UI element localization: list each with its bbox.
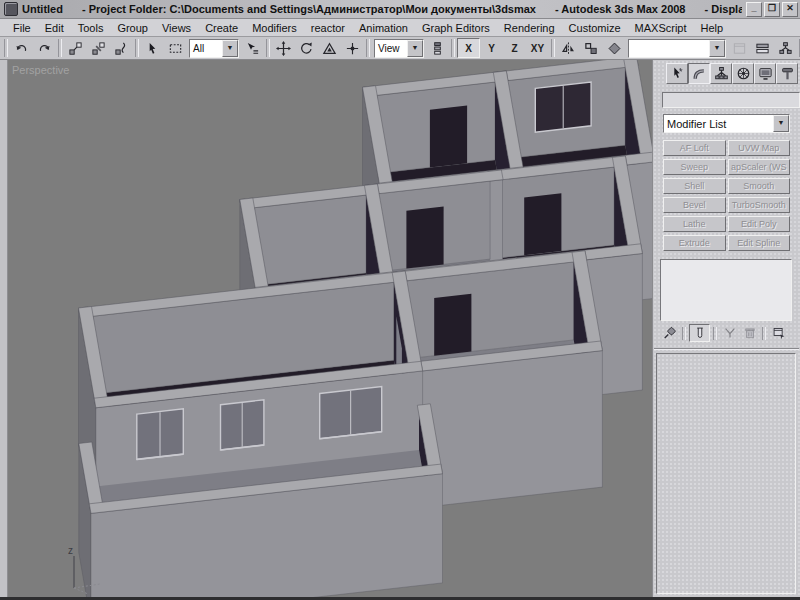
bind-to-space-warp-button[interactable] — [110, 37, 133, 59]
redo-button[interactable] — [33, 37, 56, 59]
tab-hierarchy[interactable] — [710, 63, 732, 84]
stackbar-separator — [713, 327, 717, 340]
room-mid-left-nw-wall-face — [254, 195, 366, 286]
select-and-uniform-scale-button[interactable] — [318, 37, 341, 59]
select-and-manipulate-button[interactable] — [341, 37, 364, 59]
configure-modifier-sets-icon — [772, 326, 786, 340]
menu-graph-editors[interactable]: Graph Editors — [415, 21, 497, 35]
viewport-label[interactable]: Perspective — [12, 64, 69, 76]
modifier-button-shell[interactable]: Shell — [663, 178, 726, 194]
menu-create[interactable]: Create — [198, 21, 245, 35]
select-object-button[interactable] — [141, 37, 164, 59]
modifier-button-edit-poly[interactable]: Edit Poly — [728, 216, 791, 232]
menu-modifiers[interactable]: Modifiers — [245, 21, 304, 35]
chevron-down-icon[interactable]: ▼ — [407, 40, 423, 57]
command-panel-tabs — [653, 60, 800, 84]
tab-motion[interactable] — [732, 63, 754, 84]
select-object-icon — [145, 41, 160, 56]
menu-rendering[interactable]: Rendering — [497, 21, 562, 35]
modifier-button-sweep[interactable]: Sweep — [663, 159, 726, 175]
select-by-name-button[interactable] — [241, 37, 264, 59]
bind-to-space-warp-icon — [114, 41, 129, 56]
selection-filter-dropdown[interactable]: All▼ — [189, 39, 239, 58]
tab-display[interactable] — [754, 63, 776, 84]
axis-constraint-xy-button[interactable]: XY — [526, 38, 549, 58]
use-pivot-point-center-button[interactable] — [426, 37, 449, 59]
menu-file[interactable]: File — [6, 21, 38, 35]
tab-modify[interactable] — [688, 63, 710, 84]
chevron-down-icon[interactable]: ▼ — [222, 40, 238, 57]
axis-constraint-z-button[interactable]: Z — [503, 38, 526, 58]
chevron-down-icon[interactable]: ▼ — [709, 40, 725, 57]
show-end-result-button[interactable] — [689, 324, 710, 342]
select-and-link-button[interactable] — [64, 37, 87, 59]
schematic-view-button[interactable] — [774, 37, 797, 59]
modifier-button-turbosmooth[interactable]: TurboSmooth — [728, 197, 791, 213]
modifier-button-af-loft[interactable]: AF Loft — [663, 140, 726, 156]
make-unique-icon — [723, 326, 737, 340]
pin-stack-button[interactable] — [660, 325, 679, 341]
make-unique-button[interactable] — [720, 325, 739, 341]
menu-maxscript[interactable]: MAXScript — [628, 21, 694, 35]
menu-tools[interactable]: Tools — [71, 21, 111, 35]
mirror-icon — [561, 41, 576, 56]
perspective-viewport[interactable]: z Perspective — [8, 60, 652, 597]
rectangular-selection-region-button[interactable] — [164, 37, 187, 59]
toolbar-separator — [266, 39, 270, 57]
minimize-button[interactable]: _ — [746, 2, 762, 17]
menu-views[interactable]: Views — [155, 21, 198, 35]
menu-bar: FileEditToolsGroupViewsCreateModifiersre… — [0, 19, 800, 37]
command-panel: Modifier List ▼ AF LoftUVW MapSweepapSca… — [652, 60, 800, 597]
axis-constraint-y-button[interactable]: Y — [480, 38, 503, 58]
remove-modifier-icon — [743, 326, 757, 340]
select-and-rotate-button[interactable] — [295, 37, 318, 59]
modifier-button-smooth[interactable]: Smooth — [728, 178, 791, 194]
modifier-stack-list[interactable] — [660, 259, 792, 321]
selection-filter-value: All — [190, 43, 222, 54]
modifier-button-lathe[interactable]: Lathe — [663, 216, 726, 232]
menu-group[interactable]: Group — [110, 21, 155, 35]
utilities-icon — [780, 66, 795, 81]
app-icon[interactable] — [4, 2, 18, 16]
modifier-button-apscaler-ws[interactable]: apScaler (WS — [728, 159, 791, 175]
modifier-button-bevel[interactable]: Bevel — [663, 197, 726, 213]
tab-create[interactable] — [666, 63, 688, 84]
align-button[interactable] — [580, 37, 603, 59]
manage-layers-button[interactable] — [603, 37, 626, 59]
chevron-down-icon[interactable]: ▼ — [773, 115, 789, 132]
title-bar[interactable]: Untitled - Project Folder: C:\Documents … — [0, 0, 800, 19]
close-button[interactable]: ✕ — [782, 2, 798, 17]
axis-constraint-x-button[interactable]: X — [457, 38, 480, 58]
modifier-button-uvw-map[interactable]: UVW Map — [728, 140, 791, 156]
toolbar-separator — [135, 39, 139, 57]
configure-modifier-sets-button[interactable] — [769, 325, 788, 341]
menu-help[interactable]: Help — [694, 21, 731, 35]
toolbar-separator — [58, 39, 62, 57]
select-and-uniform-scale-icon — [322, 41, 337, 56]
menu-reactor[interactable]: reactor — [304, 21, 352, 35]
manage-layers-icon — [607, 41, 622, 56]
title-app-name: - Autodesk 3ds Max 2008 — [555, 3, 685, 15]
modifier-button-edit-spline[interactable]: Edit Spline — [728, 235, 791, 251]
pin-stack-icon — [663, 326, 677, 340]
hierarchy-icon — [714, 66, 729, 81]
axis-z-label: z — [68, 545, 73, 556]
unlink-selection-button[interactable] — [87, 37, 110, 59]
mirror-button[interactable] — [557, 37, 580, 59]
remove-modifier-button[interactable] — [740, 325, 759, 341]
curve-editor-button[interactable] — [751, 37, 774, 59]
menu-edit[interactable]: Edit — [38, 21, 71, 35]
modifier-button-extrude[interactable]: Extrude — [663, 235, 726, 251]
named-selections-dialog-button[interactable] — [728, 37, 751, 59]
menu-animation[interactable]: Animation — [352, 21, 415, 35]
select-and-move-button[interactable] — [272, 37, 295, 59]
undo-button[interactable] — [10, 37, 33, 59]
restore-button[interactable]: ❐ — [764, 2, 780, 17]
object-name-field[interactable] — [662, 92, 800, 108]
modifier-list-dropdown[interactable]: Modifier List ▼ — [663, 114, 790, 133]
tab-utilities[interactable] — [776, 63, 798, 84]
schematic-view-icon — [778, 41, 793, 56]
reference-coordinate-system-dropdown[interactable]: View▼ — [374, 39, 424, 58]
named-selection-sets-dropdown[interactable]: ▼ — [628, 39, 726, 58]
menu-customize[interactable]: Customize — [562, 21, 628, 35]
